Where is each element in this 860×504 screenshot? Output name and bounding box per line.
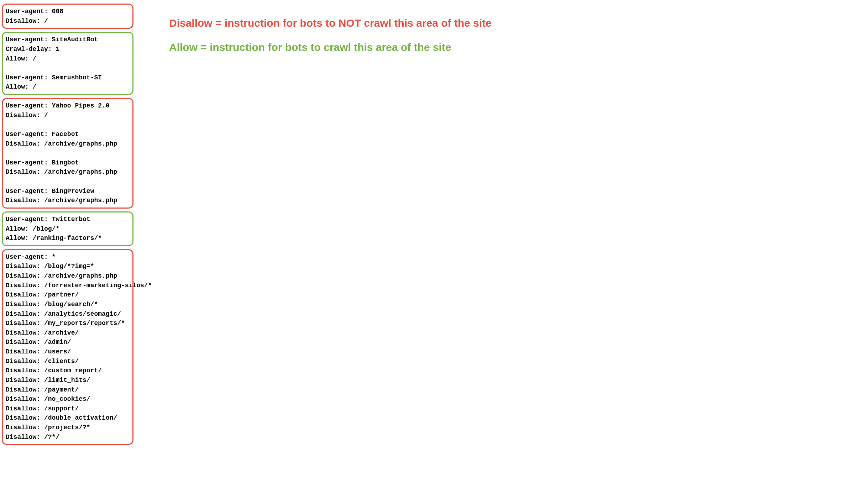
robots-block-disallow-008: User-agent: 008 Disallow: / xyxy=(2,4,133,29)
robots-blocks-column: User-agent: 008 Disallow: / User-agent: … xyxy=(2,4,133,500)
legend-disallow: Disallow = instruction for bots to NOT c… xyxy=(169,17,858,29)
robots-block-disallow-yahoo-facebot-bing: User-agent: Yahoo Pipes 2.0 Disallow: / … xyxy=(2,98,133,209)
robots-block-allow-siteauditbot: User-agent: SiteAuditBot Crawl-delay: 1 … xyxy=(2,32,133,95)
legend-allow: Allow = instruction for bots to crawl th… xyxy=(169,41,858,53)
robots-block-allow-twitterbot: User-agent: Twitterbot Allow: /blog/* Al… xyxy=(2,211,133,246)
robots-block-disallow-wildcard: User-agent: * Disallow: /blog/*?img=* Di… xyxy=(2,249,133,445)
legend-column: Disallow = instruction for bots to NOT c… xyxy=(133,4,858,500)
